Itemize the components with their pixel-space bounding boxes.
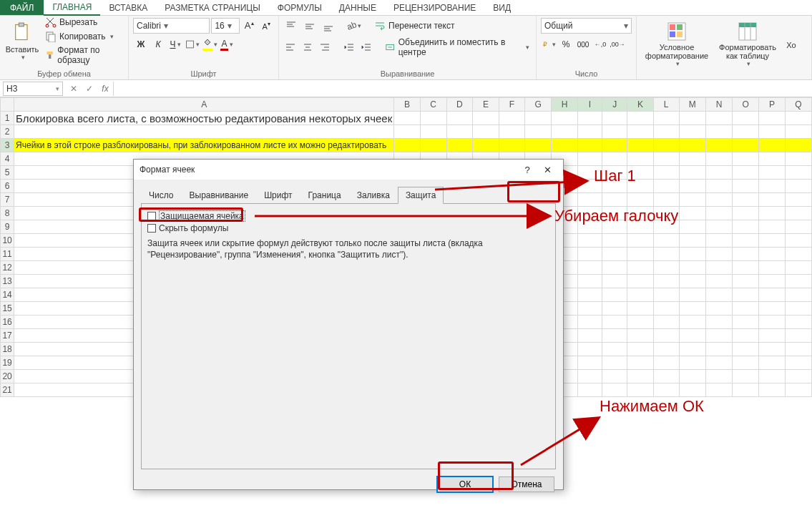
cell-O2[interactable]	[732, 125, 758, 139]
cell-J20[interactable]	[602, 370, 627, 383]
cell-J13[interactable]	[602, 275, 627, 288]
row-header-4[interactable]: 4	[1, 152, 14, 166]
row-header-7[interactable]: 7	[1, 193, 14, 207]
comma-button[interactable]: 000	[575, 36, 591, 52]
cell-J16[interactable]	[602, 316, 627, 329]
cell-Q13[interactable]	[785, 275, 811, 288]
cell-L2[interactable]	[653, 125, 679, 139]
cell-P11[interactable]	[759, 248, 785, 261]
cell-M15[interactable]	[679, 302, 706, 316]
cell-M12[interactable]	[679, 261, 706, 275]
cell-J7[interactable]	[602, 193, 627, 207]
cell-O20[interactable]	[732, 370, 758, 383]
col-header-A[interactable]: A	[14, 98, 394, 112]
cell-M9[interactable]	[679, 220, 706, 234]
cell-N7[interactable]	[706, 193, 733, 207]
cell-J4[interactable]	[602, 152, 627, 166]
cell-M19[interactable]	[679, 356, 706, 370]
cell-I19[interactable]	[578, 356, 602, 370]
cell-J3[interactable]	[602, 139, 627, 152]
increase-font-button[interactable]: A▴	[241, 18, 257, 34]
cell-N14[interactable]	[706, 288, 733, 302]
cell-I16[interactable]	[578, 316, 602, 329]
cell-I21[interactable]	[578, 383, 602, 397]
cell-L13[interactable]	[653, 275, 679, 288]
cell-K11[interactable]	[627, 248, 653, 261]
cell-K7[interactable]	[627, 193, 653, 207]
cell-K2[interactable]	[627, 125, 653, 139]
cell-P10[interactable]	[759, 234, 785, 248]
cell-P14[interactable]	[759, 288, 785, 302]
dialog-tab-fill[interactable]: Заливка	[349, 187, 398, 204]
row-header-10[interactable]: 10	[1, 234, 14, 248]
dialog-tab-border[interactable]: Граница	[300, 187, 349, 204]
cut-button[interactable]: Вырезать	[43, 16, 124, 29]
cell-L12[interactable]	[653, 261, 679, 275]
cell-H2[interactable]	[552, 125, 578, 139]
underline-button[interactable]: Ч▾	[167, 36, 183, 52]
cell-N6[interactable]	[706, 180, 733, 193]
cell-N1[interactable]	[706, 112, 733, 125]
cell-M3[interactable]	[679, 139, 706, 152]
cell-M20[interactable]	[679, 370, 706, 383]
increase-indent-button[interactable]	[359, 39, 373, 55]
cell-C3[interactable]	[420, 139, 446, 152]
cell-M18[interactable]	[679, 343, 706, 356]
cell-P2[interactable]	[759, 125, 785, 139]
cell-N8[interactable]	[706, 207, 733, 220]
cell-Q16[interactable]	[785, 316, 811, 329]
cell-B1[interactable]	[394, 112, 420, 125]
cell-M11[interactable]	[679, 248, 706, 261]
cell-N4[interactable]	[706, 152, 733, 166]
cell-K13[interactable]	[627, 275, 653, 288]
cell-L7[interactable]	[653, 193, 679, 207]
cell-E3[interactable]	[473, 139, 499, 152]
conditional-formatting-button[interactable]: Условное форматирование▾	[641, 20, 713, 69]
cell-M13[interactable]	[679, 275, 706, 288]
cell-J12[interactable]	[602, 261, 627, 275]
cell-I14[interactable]	[578, 288, 602, 302]
bold-button[interactable]: Ж	[133, 36, 149, 52]
format-painter-button[interactable]: Формат по образцу	[43, 44, 124, 66]
cell-O3[interactable]	[732, 139, 758, 152]
cell-B3[interactable]	[394, 139, 420, 152]
cell-A3[interactable]: Ячейки в этой строке разблокированы, при…	[14, 139, 394, 152]
cell-P1[interactable]	[759, 112, 785, 125]
tab-formulas[interactable]: ФОРМУЛЫ	[269, 0, 331, 15]
cell-P18[interactable]	[759, 343, 785, 356]
cell-P8[interactable]	[759, 207, 785, 220]
cell-O18[interactable]	[732, 343, 758, 356]
increase-decimal-button[interactable]: ←,0	[592, 36, 608, 52]
cell-A1[interactable]: Блокировка всего листа, с возможностью р…	[14, 112, 394, 125]
cell-I13[interactable]	[578, 275, 602, 288]
cell-C2[interactable]	[420, 125, 446, 139]
align-center-button[interactable]	[300, 39, 315, 55]
cell-J2[interactable]	[602, 125, 627, 139]
font-color-button[interactable]: А▾	[219, 36, 235, 52]
cell-O1[interactable]	[732, 112, 758, 125]
cell-J17[interactable]	[602, 329, 627, 343]
cell-L20[interactable]	[653, 370, 679, 383]
cell-I12[interactable]	[578, 261, 602, 275]
cell-M1[interactable]	[679, 112, 706, 125]
cell-I3[interactable]	[578, 139, 602, 152]
cell-D1[interactable]	[446, 112, 473, 125]
cell-K4[interactable]	[627, 152, 653, 166]
cell-J1[interactable]	[602, 112, 627, 125]
cell-I4[interactable]	[578, 152, 602, 166]
cell-N17[interactable]	[706, 329, 733, 343]
cell-O9[interactable]	[732, 220, 758, 234]
col-header-H[interactable]: H	[552, 98, 578, 112]
row-header-6[interactable]: 6	[1, 180, 14, 193]
cell-M2[interactable]	[679, 125, 706, 139]
col-header-Q[interactable]: Q	[785, 98, 811, 112]
cell-K12[interactable]	[627, 261, 653, 275]
cell-P4[interactable]	[759, 152, 785, 166]
cell-I1[interactable]	[578, 112, 602, 125]
cell-P5[interactable]	[759, 166, 785, 180]
cell-L15[interactable]	[653, 302, 679, 316]
cell-Q6[interactable]	[785, 180, 811, 193]
align-left-button[interactable]	[283, 39, 298, 55]
row-header-5[interactable]: 5	[1, 166, 14, 180]
cell-O21[interactable]	[732, 383, 758, 397]
